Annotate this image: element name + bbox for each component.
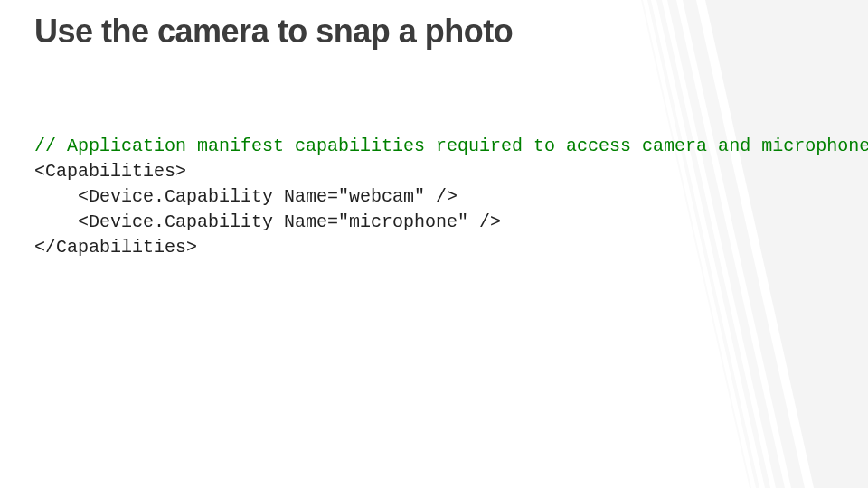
code-comment: // Application manifest capabilities req… (34, 136, 868, 156)
code-block: // Application manifest capabilities req… (34, 134, 868, 260)
code-line: <Capabilities> (34, 161, 186, 182)
slide-title: Use the camera to snap a photo (34, 13, 513, 51)
code-line: <Device.Capability Name="webcam" /> (34, 186, 458, 207)
code-line: </Capabilities> (34, 237, 197, 258)
code-line: <Device.Capability Name="microphone" /> (34, 211, 501, 232)
slide: Use the camera to snap a photo // Applic… (0, 0, 868, 488)
